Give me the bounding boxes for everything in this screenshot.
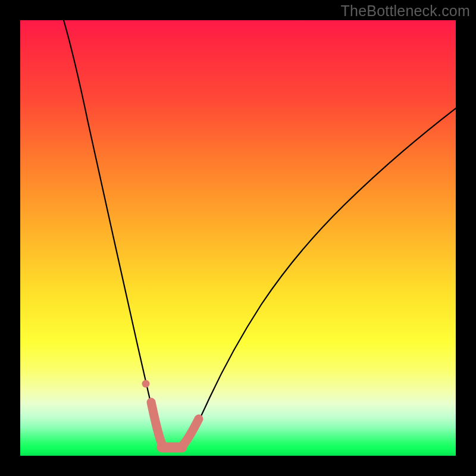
bottleneck-markers [142,380,199,448]
plot-area [20,20,456,456]
watermark-text: TheBottleneck.com [341,2,470,20]
marker-dot-icon [142,380,150,388]
curve-layer [20,20,456,456]
chart-frame: TheBottleneck.com [0,0,476,476]
marker-left-arm [151,402,162,444]
bottleneck-curve [64,20,456,452]
marker-right-arm [182,419,199,446]
